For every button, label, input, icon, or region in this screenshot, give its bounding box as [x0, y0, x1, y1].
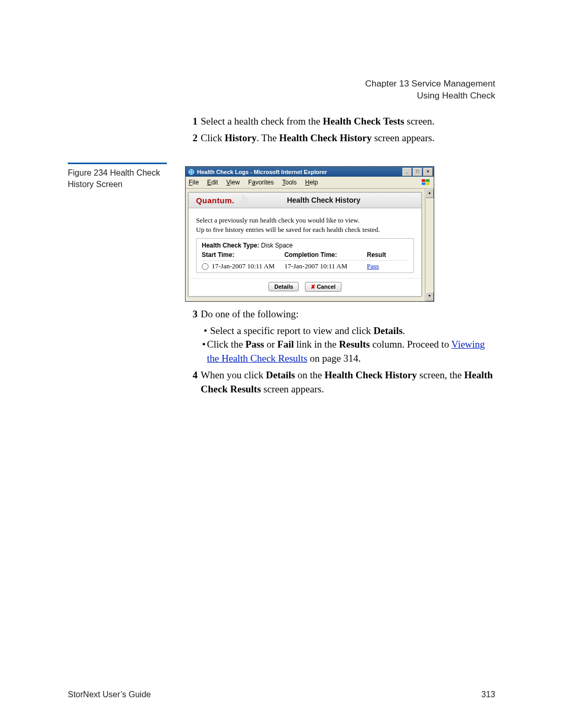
chapter-line: Chapter 13 Service Management	[365, 78, 495, 90]
steps-bottom: 3 Do one of the following: • Select a sp…	[185, 307, 495, 399]
history-box: Health Check Type: Disk Space Start Time…	[196, 238, 414, 273]
svg-rect-1	[422, 179, 425, 182]
scrollbar[interactable]: ▴ ▾	[425, 189, 434, 301]
page-header: Chapter 13 Service Management Using Heal…	[365, 78, 495, 102]
details-button[interactable]: Details	[268, 282, 299, 291]
scroll-down-button[interactable]: ▾	[425, 292, 434, 301]
titlebar[interactable]: Health Check Logs - Microsoft Internet E…	[186, 167, 434, 177]
ie-window: Health Check Logs - Microsoft Internet E…	[185, 166, 434, 302]
menubar: File Edit View Favorites Tools Help	[186, 177, 434, 189]
step-3b: • Click the Pass or Fail link in the Res…	[201, 338, 495, 365]
menu-file[interactable]: File	[189, 179, 199, 186]
close-button[interactable]: ×	[423, 168, 433, 176]
minimize-button[interactable]: _	[402, 168, 412, 176]
step-3a: • Select a specific report to view and c…	[201, 324, 495, 338]
menu-edit[interactable]: Edit	[207, 179, 218, 186]
result-link[interactable]: Pass	[367, 262, 379, 270]
panel: Quantum. Health Check History Select a p…	[188, 192, 422, 297]
step-1: 1 Select a health check from the Health …	[185, 115, 495, 129]
scroll-up-button[interactable]: ▴	[425, 189, 434, 198]
step-3: 3 Do one of the following:	[185, 307, 495, 322]
figure-caption: Figure 234 Health Check History Screen	[68, 163, 167, 190]
section-line: Using Health Check	[365, 90, 495, 102]
col-result: Result	[367, 251, 408, 258]
steps-top: 1 Select a health check from the Health …	[185, 115, 495, 147]
panel-description: Select a previously run health check you…	[189, 208, 421, 238]
menu-tools[interactable]: Tools	[282, 179, 297, 186]
svg-rect-4	[426, 182, 430, 185]
step-2: 2 Click History. The Health Check Histor…	[185, 131, 495, 145]
windows-flag-icon	[421, 179, 431, 186]
ie-icon	[188, 168, 195, 176]
step-4: 4 When you click Details on the Health C…	[185, 368, 495, 396]
footer-left: StorNext User’s Guide	[68, 690, 151, 699]
table-row: 17-Jan-2007 10:11 AM 17-Jan-2007 10:11 A…	[202, 260, 408, 270]
col-completion: Completion Time:	[284, 251, 366, 258]
cancel-x-icon: ✘	[311, 283, 315, 290]
svg-rect-2	[426, 179, 430, 182]
panel-title: Health Check History	[234, 196, 414, 204]
footer-right: 313	[481, 690, 495, 699]
col-start: Start Time:	[202, 251, 284, 258]
maximize-button[interactable]: □	[413, 168, 422, 176]
radio-select[interactable]	[202, 263, 209, 270]
window-title: Health Check Logs - Microsoft Internet E…	[197, 169, 401, 175]
ie-content: ▴ ▾ Quantum. Health Check History Select…	[186, 189, 434, 301]
menu-favorites[interactable]: Favorites	[248, 179, 274, 186]
menu-view[interactable]: View	[226, 179, 240, 186]
menu-help[interactable]: Help	[305, 179, 318, 186]
cancel-button[interactable]: ✘Cancel	[305, 282, 341, 292]
svg-rect-3	[422, 182, 425, 185]
